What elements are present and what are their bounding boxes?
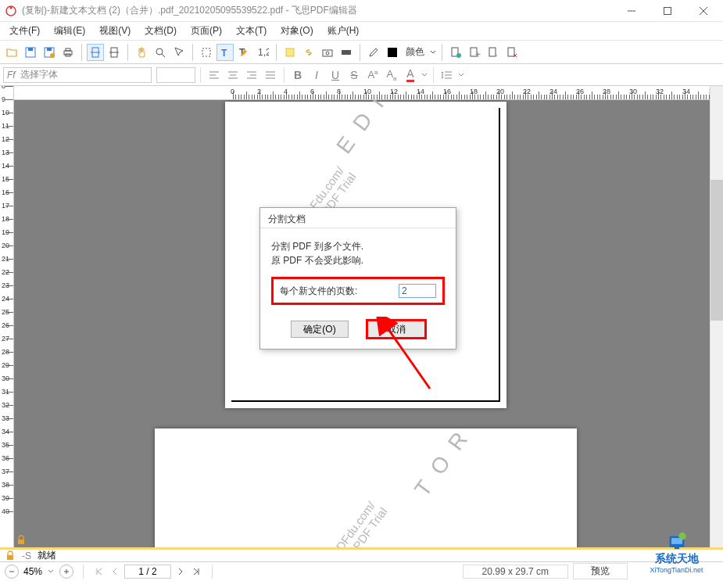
separator	[192, 44, 193, 61]
separator	[433, 67, 434, 83]
first-page-button[interactable]	[93, 565, 106, 578]
brand-watermark: 系统天地 XiTongTianDi.net	[632, 530, 721, 574]
page-number-input[interactable]	[124, 565, 171, 579]
separator	[276, 44, 277, 61]
bold-icon[interactable]: B	[289, 66, 306, 84]
vertical-scrollbar[interactable]	[710, 86, 723, 547]
window-title: (复制)-新建文本文档 (2)（合并）.pdf_2021020509553952…	[22, 4, 614, 17]
svg-rect-19	[202, 48, 210, 56]
insert-page-icon[interactable]	[447, 44, 464, 61]
underline-icon[interactable]: U	[327, 66, 344, 84]
cancel-button[interactable]: 取消	[367, 321, 425, 338]
align-justify-icon[interactable]	[262, 66, 279, 84]
pages-per-file-row: 每个新文件的页数:	[271, 277, 445, 305]
maximize-button[interactable]	[650, 0, 685, 22]
font-family-select[interactable]: Ff选择字体	[3, 67, 152, 83]
main-toolbar: T T 1,2,3 颜色 +	[0, 41, 723, 64]
preview-button[interactable]: 预览	[573, 563, 628, 579]
svg-rect-7	[28, 48, 33, 51]
color-swatch-icon[interactable]	[384, 44, 401, 61]
scrollbar-thumb[interactable]	[710, 180, 723, 321]
svg-point-1	[10, 6, 13, 9]
title-bar: (复制)-新建文本文档 (2)（合并）.pdf_2021020509553952…	[0, 0, 723, 22]
split-document-dialog: 分割文档 分割 PDF 到多个文件. 原 PDF 不会受此影响. 每个新文件的页…	[259, 207, 456, 350]
last-page-button[interactable]	[190, 565, 202, 578]
document-status-bar: -S 就绪	[0, 547, 723, 561]
font-color-dropdown-icon[interactable]	[421, 66, 428, 84]
open-icon[interactable]	[3, 44, 20, 61]
svg-text:+: +	[475, 49, 481, 59]
vertical-text-icon[interactable]: 1,2,3	[254, 44, 271, 61]
delete-page-icon[interactable]	[503, 44, 521, 61]
separator	[360, 44, 360, 61]
svg-rect-12	[66, 48, 70, 51]
separator	[81, 44, 82, 61]
page-dimensions: 20.99 x 29.7 cm	[463, 565, 568, 579]
font-color-icon[interactable]: A	[402, 66, 419, 84]
svg-text:1,2,3: 1,2,3	[258, 47, 269, 58]
close-button[interactable]	[685, 0, 721, 22]
zoom-in-button[interactable]	[59, 565, 73, 579]
pencil-icon[interactable]	[365, 44, 382, 61]
save-as-icon[interactable]	[41, 44, 58, 61]
fit-page-icon[interactable]	[87, 44, 104, 61]
align-left-icon[interactable]	[206, 66, 223, 84]
page-navigation	[93, 565, 202, 579]
horizontal-ruler: 024681012141618202224262830323436	[14, 86, 710, 100]
edit-object-icon[interactable]	[198, 44, 215, 61]
app-logo-icon	[5, 5, 17, 17]
doc-status-text: 就绪	[38, 549, 56, 562]
zoom-dropdown-icon[interactable]	[47, 563, 55, 580]
zoom-out-button[interactable]	[5, 565, 19, 579]
dialog-description: 分割 PDF 到多个文件. 原 PDF 不会受此影响.	[271, 239, 445, 267]
align-center-icon[interactable]	[224, 66, 242, 84]
menu-document[interactable]: 文档(D)	[138, 22, 183, 40]
menu-object[interactable]: 对象(O)	[274, 22, 319, 40]
hand-tool-icon[interactable]	[133, 44, 150, 61]
save-icon[interactable]	[22, 44, 39, 61]
redact-icon[interactable]	[338, 44, 355, 61]
zoom-tool-icon[interactable]	[152, 44, 169, 61]
link-icon[interactable]	[300, 44, 317, 61]
prev-page-button[interactable]	[109, 565, 121, 578]
highlight-icon[interactable]	[281, 44, 299, 61]
italic-icon[interactable]: I	[308, 66, 325, 84]
menu-page[interactable]: 页面(P)	[184, 22, 228, 40]
svg-rect-23	[286, 48, 294, 56]
ok-button[interactable]: 确定(O)	[291, 321, 349, 338]
font-size-select[interactable]	[156, 67, 195, 83]
svg-rect-9	[47, 48, 52, 51]
svg-rect-51	[18, 540, 24, 544]
menu-account[interactable]: 账户(H)	[321, 22, 366, 40]
color-dropdown-icon[interactable]	[429, 44, 437, 61]
next-page-button[interactable]	[174, 565, 187, 578]
svg-rect-59	[674, 547, 678, 549]
brand-name: 系统天地	[655, 552, 699, 566]
align-right-icon[interactable]	[243, 66, 260, 84]
menu-file[interactable]: 文件(F)	[3, 22, 46, 40]
extract-page-icon[interactable]	[485, 44, 502, 61]
minimize-button[interactable]	[614, 0, 650, 22]
menu-view[interactable]: 视图(V)	[93, 22, 137, 40]
subscript-icon[interactable]: Aa	[383, 66, 400, 84]
svg-rect-27	[388, 48, 397, 57]
edit-text-icon[interactable]: T	[235, 44, 252, 61]
svg-line-18	[162, 54, 165, 57]
superscript-icon[interactable]: Aa	[364, 66, 381, 84]
line-spacing-icon[interactable]	[438, 66, 456, 84]
separator	[200, 67, 201, 83]
text-tool-icon[interactable]: T	[217, 44, 234, 61]
add-page-icon[interactable]: +	[466, 44, 483, 61]
select-tool-icon[interactable]	[170, 44, 188, 61]
snapshot-icon[interactable]	[319, 44, 336, 61]
svg-rect-33	[508, 48, 514, 56]
dialog-title: 分割文档	[260, 208, 456, 228]
print-icon[interactable]	[59, 44, 77, 61]
strikethrough-icon[interactable]: S	[345, 66, 363, 84]
menu-edit[interactable]: 编辑(E)	[48, 22, 91, 40]
pages-per-file-input[interactable]	[399, 284, 436, 298]
menu-text[interactable]: 文本(T)	[230, 22, 273, 40]
fit-width-icon[interactable]	[106, 44, 123, 61]
line-spacing-dropdown-icon[interactable]	[457, 66, 465, 84]
workspace: 8910111213141516171819202122232425262728…	[0, 86, 723, 547]
